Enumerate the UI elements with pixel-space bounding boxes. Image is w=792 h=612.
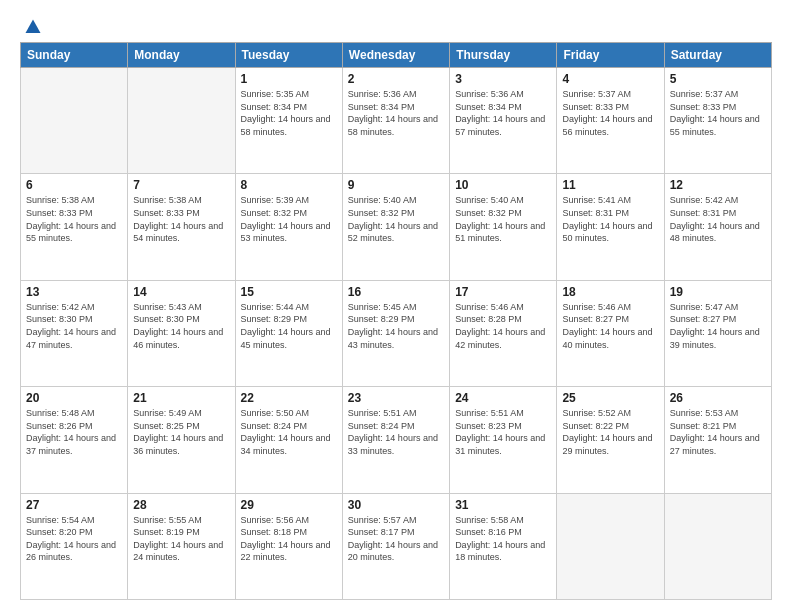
cell-info: Sunrise: 5:42 AMSunset: 8:31 PMDaylight:…	[670, 194, 766, 244]
cell-info: Sunrise: 5:36 AMSunset: 8:34 PMDaylight:…	[348, 88, 444, 138]
cell-info: Sunrise: 5:40 AMSunset: 8:32 PMDaylight:…	[455, 194, 551, 244]
calendar-cell: 26Sunrise: 5:53 AMSunset: 8:21 PMDayligh…	[664, 387, 771, 493]
cell-info: Sunrise: 5:36 AMSunset: 8:34 PMDaylight:…	[455, 88, 551, 138]
day-number: 12	[670, 178, 766, 192]
calendar-cell: 8Sunrise: 5:39 AMSunset: 8:32 PMDaylight…	[235, 174, 342, 280]
day-number: 25	[562, 391, 658, 405]
day-number: 16	[348, 285, 444, 299]
day-number: 5	[670, 72, 766, 86]
calendar-body: 1Sunrise: 5:35 AMSunset: 8:34 PMDaylight…	[21, 68, 772, 600]
day-number: 21	[133, 391, 229, 405]
calendar-cell	[128, 68, 235, 174]
calendar-cell	[557, 493, 664, 599]
cell-info: Sunrise: 5:41 AMSunset: 8:31 PMDaylight:…	[562, 194, 658, 244]
calendar-week-row: 1Sunrise: 5:35 AMSunset: 8:34 PMDaylight…	[21, 68, 772, 174]
calendar-table: SundayMondayTuesdayWednesdayThursdayFrid…	[20, 42, 772, 600]
calendar-cell: 13Sunrise: 5:42 AMSunset: 8:30 PMDayligh…	[21, 280, 128, 386]
day-number: 24	[455, 391, 551, 405]
cell-info: Sunrise: 5:47 AMSunset: 8:27 PMDaylight:…	[670, 301, 766, 351]
cell-info: Sunrise: 5:48 AMSunset: 8:26 PMDaylight:…	[26, 407, 122, 457]
page: SundayMondayTuesdayWednesdayThursdayFrid…	[0, 0, 792, 612]
svg-marker-0	[26, 20, 41, 34]
day-of-week-header: Thursday	[450, 43, 557, 68]
days-of-week-row: SundayMondayTuesdayWednesdayThursdayFrid…	[21, 43, 772, 68]
cell-info: Sunrise: 5:50 AMSunset: 8:24 PMDaylight:…	[241, 407, 337, 457]
calendar-cell: 4Sunrise: 5:37 AMSunset: 8:33 PMDaylight…	[557, 68, 664, 174]
calendar-cell: 17Sunrise: 5:46 AMSunset: 8:28 PMDayligh…	[450, 280, 557, 386]
day-of-week-header: Saturday	[664, 43, 771, 68]
cell-info: Sunrise: 5:37 AMSunset: 8:33 PMDaylight:…	[670, 88, 766, 138]
day-number: 23	[348, 391, 444, 405]
cell-info: Sunrise: 5:42 AMSunset: 8:30 PMDaylight:…	[26, 301, 122, 351]
day-number: 17	[455, 285, 551, 299]
day-number: 26	[670, 391, 766, 405]
day-number: 14	[133, 285, 229, 299]
logo	[20, 18, 42, 32]
calendar-cell: 19Sunrise: 5:47 AMSunset: 8:27 PMDayligh…	[664, 280, 771, 386]
logo-icon	[24, 18, 42, 36]
header	[20, 18, 772, 32]
day-number: 11	[562, 178, 658, 192]
calendar-week-row: 13Sunrise: 5:42 AMSunset: 8:30 PMDayligh…	[21, 280, 772, 386]
day-number: 20	[26, 391, 122, 405]
calendar-cell: 9Sunrise: 5:40 AMSunset: 8:32 PMDaylight…	[342, 174, 449, 280]
day-number: 9	[348, 178, 444, 192]
day-number: 15	[241, 285, 337, 299]
cell-info: Sunrise: 5:39 AMSunset: 8:32 PMDaylight:…	[241, 194, 337, 244]
day-number: 30	[348, 498, 444, 512]
day-number: 27	[26, 498, 122, 512]
calendar-cell: 16Sunrise: 5:45 AMSunset: 8:29 PMDayligh…	[342, 280, 449, 386]
day-number: 2	[348, 72, 444, 86]
cell-info: Sunrise: 5:58 AMSunset: 8:16 PMDaylight:…	[455, 514, 551, 564]
day-of-week-header: Sunday	[21, 43, 128, 68]
cell-info: Sunrise: 5:54 AMSunset: 8:20 PMDaylight:…	[26, 514, 122, 564]
calendar-cell: 23Sunrise: 5:51 AMSunset: 8:24 PMDayligh…	[342, 387, 449, 493]
day-number: 1	[241, 72, 337, 86]
calendar-cell: 11Sunrise: 5:41 AMSunset: 8:31 PMDayligh…	[557, 174, 664, 280]
cell-info: Sunrise: 5:35 AMSunset: 8:34 PMDaylight:…	[241, 88, 337, 138]
day-number: 6	[26, 178, 122, 192]
calendar-cell: 3Sunrise: 5:36 AMSunset: 8:34 PMDaylight…	[450, 68, 557, 174]
calendar-cell: 7Sunrise: 5:38 AMSunset: 8:33 PMDaylight…	[128, 174, 235, 280]
day-number: 4	[562, 72, 658, 86]
cell-info: Sunrise: 5:38 AMSunset: 8:33 PMDaylight:…	[26, 194, 122, 244]
day-number: 29	[241, 498, 337, 512]
cell-info: Sunrise: 5:40 AMSunset: 8:32 PMDaylight:…	[348, 194, 444, 244]
calendar-cell: 25Sunrise: 5:52 AMSunset: 8:22 PMDayligh…	[557, 387, 664, 493]
cell-info: Sunrise: 5:43 AMSunset: 8:30 PMDaylight:…	[133, 301, 229, 351]
cell-info: Sunrise: 5:38 AMSunset: 8:33 PMDaylight:…	[133, 194, 229, 244]
calendar-cell: 21Sunrise: 5:49 AMSunset: 8:25 PMDayligh…	[128, 387, 235, 493]
day-of-week-header: Monday	[128, 43, 235, 68]
day-of-week-header: Friday	[557, 43, 664, 68]
day-number: 22	[241, 391, 337, 405]
cell-info: Sunrise: 5:52 AMSunset: 8:22 PMDaylight:…	[562, 407, 658, 457]
day-number: 28	[133, 498, 229, 512]
cell-info: Sunrise: 5:44 AMSunset: 8:29 PMDaylight:…	[241, 301, 337, 351]
calendar-cell: 29Sunrise: 5:56 AMSunset: 8:18 PMDayligh…	[235, 493, 342, 599]
calendar-cell: 31Sunrise: 5:58 AMSunset: 8:16 PMDayligh…	[450, 493, 557, 599]
calendar-cell: 22Sunrise: 5:50 AMSunset: 8:24 PMDayligh…	[235, 387, 342, 493]
calendar-cell: 18Sunrise: 5:46 AMSunset: 8:27 PMDayligh…	[557, 280, 664, 386]
calendar-week-row: 6Sunrise: 5:38 AMSunset: 8:33 PMDaylight…	[21, 174, 772, 280]
day-number: 13	[26, 285, 122, 299]
calendar-cell: 1Sunrise: 5:35 AMSunset: 8:34 PMDaylight…	[235, 68, 342, 174]
day-of-week-header: Wednesday	[342, 43, 449, 68]
cell-info: Sunrise: 5:46 AMSunset: 8:28 PMDaylight:…	[455, 301, 551, 351]
calendar-cell: 14Sunrise: 5:43 AMSunset: 8:30 PMDayligh…	[128, 280, 235, 386]
calendar-cell: 5Sunrise: 5:37 AMSunset: 8:33 PMDaylight…	[664, 68, 771, 174]
cell-info: Sunrise: 5:55 AMSunset: 8:19 PMDaylight:…	[133, 514, 229, 564]
calendar-cell: 15Sunrise: 5:44 AMSunset: 8:29 PMDayligh…	[235, 280, 342, 386]
calendar-week-row: 20Sunrise: 5:48 AMSunset: 8:26 PMDayligh…	[21, 387, 772, 493]
day-of-week-header: Tuesday	[235, 43, 342, 68]
cell-info: Sunrise: 5:56 AMSunset: 8:18 PMDaylight:…	[241, 514, 337, 564]
calendar-cell: 24Sunrise: 5:51 AMSunset: 8:23 PMDayligh…	[450, 387, 557, 493]
day-number: 7	[133, 178, 229, 192]
cell-info: Sunrise: 5:49 AMSunset: 8:25 PMDaylight:…	[133, 407, 229, 457]
calendar-week-row: 27Sunrise: 5:54 AMSunset: 8:20 PMDayligh…	[21, 493, 772, 599]
calendar-cell: 30Sunrise: 5:57 AMSunset: 8:17 PMDayligh…	[342, 493, 449, 599]
calendar-cell: 20Sunrise: 5:48 AMSunset: 8:26 PMDayligh…	[21, 387, 128, 493]
cell-info: Sunrise: 5:57 AMSunset: 8:17 PMDaylight:…	[348, 514, 444, 564]
day-number: 10	[455, 178, 551, 192]
cell-info: Sunrise: 5:51 AMSunset: 8:23 PMDaylight:…	[455, 407, 551, 457]
calendar-cell	[664, 493, 771, 599]
